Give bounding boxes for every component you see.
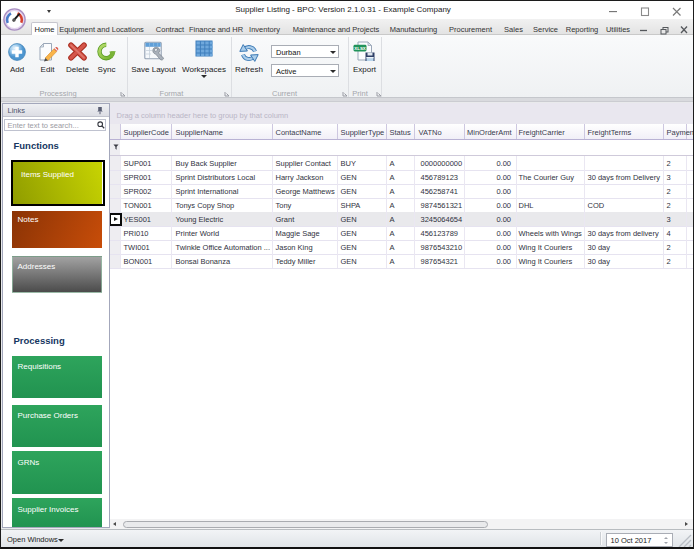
svg-text:XLSX: XLSX	[354, 46, 366, 51]
